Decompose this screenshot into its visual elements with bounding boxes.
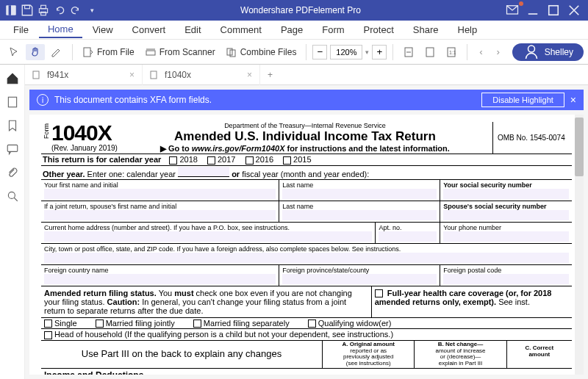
zoom-controls: − ▾ + — [312, 45, 387, 59]
fit-page-button[interactable] — [420, 44, 440, 60]
zoom-in-button[interactable]: + — [372, 45, 387, 59]
thumbnails-icon[interactable] — [6, 95, 19, 109]
spouse-ssn-label: Spouse's social security number — [443, 203, 569, 210]
fcountry-label: Foreign country name — [44, 267, 276, 274]
menu-page[interactable]: Page — [272, 22, 312, 37]
sidebar — [0, 65, 25, 379]
zoom-out-button[interactable]: − — [312, 45, 327, 59]
checkbox-2018[interactable] — [169, 156, 177, 165]
first-name-field[interactable] — [44, 189, 276, 199]
user-button[interactable]: Shelley — [512, 43, 584, 61]
maximize-icon[interactable] — [544, 3, 563, 18]
menu-comment[interactable]: Comment — [212, 22, 270, 37]
checkbox-2017[interactable] — [207, 156, 215, 165]
first-name-label: Your first name and initial — [44, 181, 276, 189]
from-scanner-button[interactable]: From Scanner — [141, 44, 219, 60]
spouse-first-field[interactable] — [44, 210, 276, 220]
spouse-last-label: Last name — [282, 203, 437, 210]
svg-rect-1 — [9, 5, 11, 15]
attachments-icon[interactable] — [6, 166, 19, 179]
actual-size-button[interactable]: 1:1 — [442, 44, 461, 60]
menu-help[interactable]: Help — [449, 22, 487, 37]
hand-tool[interactable] — [26, 44, 45, 60]
minimize-icon[interactable] — [523, 3, 542, 18]
next-page-button[interactable]: › — [491, 45, 506, 59]
edit-tool[interactable] — [47, 44, 66, 60]
search-icon[interactable] — [6, 190, 19, 203]
home-icon[interactable] — [6, 72, 19, 85]
disable-highlight-button[interactable]: Disable Highlight — [481, 93, 564, 107]
redo-icon[interactable] — [69, 4, 82, 17]
form-revision: (Rev. January 2019) — [51, 144, 118, 152]
doc-icon — [150, 71, 159, 79]
city-label: City, town or post office, state, and ZI… — [44, 245, 569, 253]
close-icon[interactable] — [564, 3, 584, 18]
close-tab-icon[interactable]: × — [129, 70, 135, 80]
prev-page-button[interactable]: ‹ — [473, 45, 488, 59]
checkbox-2015[interactable] — [283, 156, 291, 165]
form-word: Form — [41, 122, 51, 140]
menu-form[interactable]: Form — [313, 22, 353, 37]
address-field[interactable] — [44, 231, 372, 242]
tab-f941x[interactable]: f941x × — [25, 65, 143, 85]
checkbox-health[interactable] — [375, 289, 383, 297]
spouse-ssn-field[interactable] — [443, 210, 569, 220]
checkbox-qw[interactable] — [308, 320, 316, 328]
other-year-label: Other year. — [43, 170, 85, 178]
tab-label: f941x — [47, 70, 68, 80]
svg-line-22 — [14, 198, 18, 201]
document-viewport[interactable]: Form 1040X (Rev. January 2019) Departmen… — [29, 115, 584, 375]
menu-home[interactable]: Home — [39, 21, 82, 38]
notification-icon[interactable] — [503, 3, 522, 18]
apt-field[interactable] — [379, 231, 437, 242]
fcountry-field[interactable] — [44, 274, 276, 284]
checkbox-2016[interactable] — [245, 156, 254, 165]
tab-label: f1040x — [165, 70, 191, 80]
fit-width-button[interactable] — [399, 44, 418, 60]
ssn-field[interactable] — [443, 189, 569, 199]
checkbox-single[interactable] — [44, 320, 52, 328]
city-field[interactable] — [44, 253, 569, 263]
chevron-down-icon[interactable]: ▾ — [85, 4, 98, 17]
menu-view[interactable]: View — [84, 22, 122, 37]
checkbox-hoh[interactable] — [44, 331, 52, 339]
last-name-field[interactable] — [282, 189, 437, 199]
last-name-label: Last name — [282, 181, 437, 189]
vertical-scrollbar[interactable] — [575, 115, 584, 375]
zoom-input[interactable] — [330, 45, 362, 59]
svg-rect-10 — [146, 51, 155, 55]
menu-edit[interactable]: Edit — [176, 22, 209, 37]
undo-icon[interactable] — [53, 4, 66, 17]
menu-file[interactable]: File — [4, 22, 37, 37]
fpostal-label: Foreign postal code — [443, 267, 569, 274]
form-number: 1040X — [51, 122, 118, 144]
phone-field[interactable] — [443, 231, 569, 242]
comments-icon[interactable] — [6, 142, 19, 156]
combine-files-button[interactable]: Combine Files — [222, 44, 301, 60]
close-banner-icon[interactable]: × — [570, 94, 576, 106]
tab-f1040x[interactable]: f1040x × — [143, 65, 260, 85]
fprov-field[interactable] — [282, 274, 437, 284]
spouse-last-field[interactable] — [282, 210, 437, 220]
menu-protect[interactable]: Protect — [355, 22, 403, 37]
fpostal-field[interactable] — [443, 274, 569, 284]
checkbox-mfs[interactable] — [193, 320, 201, 328]
cal-year-field[interactable] — [178, 167, 229, 177]
checkbox-mfj[interactable] — [96, 320, 104, 328]
save-icon[interactable] — [21, 4, 34, 17]
combine-files-label: Combine Files — [240, 47, 297, 57]
svg-point-21 — [8, 192, 15, 198]
from-file-button[interactable]: From File — [79, 44, 138, 60]
menu-convert[interactable]: Convert — [123, 22, 175, 37]
bookmarks-icon[interactable] — [6, 119, 19, 132]
new-tab-button[interactable]: + — [260, 70, 280, 80]
scrollbar-thumb[interactable] — [575, 118, 584, 176]
logo-icon — [4, 4, 18, 17]
fprov-label: Foreign province/state/county — [282, 267, 437, 274]
close-tab-icon[interactable]: × — [247, 70, 252, 80]
svg-rect-2 — [25, 5, 30, 9]
svg-rect-9 — [84, 48, 90, 57]
menu-share[interactable]: Share — [404, 22, 448, 37]
select-tool[interactable] — [4, 44, 24, 60]
print-icon[interactable] — [37, 4, 50, 17]
